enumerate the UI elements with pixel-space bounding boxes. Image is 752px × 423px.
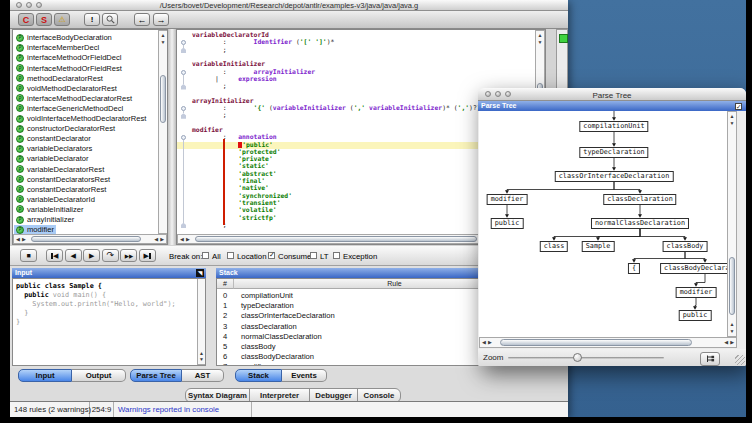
rules-hscrollbar[interactable]: ◀ ▶ ◀ ▶ (13, 234, 167, 244)
tree-node-normalClassDeclaration[interactable]: normalClassDeclaration (591, 218, 689, 229)
rule-list-item[interactable]: PvariableDeclaratorRest (14, 164, 106, 174)
tree-hscrollbar[interactable]: ◀ ▶ ◀ ▶ (479, 337, 737, 348)
step-over-button[interactable]: ↷ (102, 249, 119, 262)
rule-list-item[interactable]: PconstantDeclaratorRest (14, 185, 108, 195)
status-message[interactable]: Warnings reported in console (114, 402, 252, 417)
scrollbar-thumb[interactable] (195, 236, 477, 242)
scroll-up-icon[interactable]: ▲ (728, 322, 736, 327)
input-vscrollbar[interactable]: ▲ ▼ (197, 279, 205, 365)
rule-list-item[interactable]: PinterfaceBodyDeclaration (14, 33, 114, 43)
scroll-right-icon[interactable]: ▶ (186, 235, 190, 243)
scrollbar-thumb[interactable] (31, 236, 141, 242)
scroll-down-icon[interactable]: ▼ (198, 357, 205, 362)
zoom-slider-thumb[interactable] (573, 353, 582, 362)
panel-tab-ast[interactable]: AST (182, 369, 224, 382)
parse-tree-titlebar[interactable]: Parse Tree (478, 88, 746, 101)
scroll-right-icon[interactable]: ▶ (730, 338, 734, 347)
rule-list-item[interactable]: PinterfaceGenericMethodDecl (14, 104, 125, 114)
grammar-check-icon[interactable]: C (18, 13, 34, 26)
rule-list-item[interactable]: PmethodDeclaratorRest (14, 73, 105, 83)
scroll-left-icon[interactable]: ◀ (154, 235, 158, 243)
main-window-titlebar[interactable]: /Users/bovet/Development/Research/depot/… (10, 0, 568, 11)
tree-node-[interactable]: { (628, 263, 640, 274)
tree-vscrollbar[interactable]: ▲ ▼ ▲ ▼ (727, 111, 737, 337)
checkbox-lt[interactable] (310, 252, 317, 259)
checkbox-exception[interactable] (333, 252, 340, 259)
checkbox-consume[interactable]: ✓ (268, 252, 275, 259)
panel-tab-parse-tree[interactable]: Parse Tree (130, 369, 182, 382)
console-button[interactable]: ! (84, 13, 100, 26)
scroll-left-icon[interactable]: ◀ (724, 338, 728, 347)
tree-node-classBodyDeclaration[interactable]: classBodyDeclaration (660, 263, 727, 274)
warnings-icon[interactable]: ⚠ (54, 13, 70, 26)
checkbox-all[interactable] (202, 252, 209, 259)
panel-tab-output[interactable]: Output (72, 369, 126, 382)
rule-list-item[interactable]: PvoidMethodDeclaratorRest (14, 84, 119, 94)
tree-node-compilationUnit[interactable]: compilationUnit (579, 121, 648, 132)
step-back-button[interactable]: ◀ (65, 249, 82, 262)
semantic-check-icon[interactable]: S (36, 13, 52, 26)
breakpoint-start-icon[interactable] (181, 106, 186, 111)
go-to-end-button[interactable]: ▶ (139, 249, 156, 262)
breakpoint-start-icon[interactable] (181, 70, 186, 75)
scroll-down-icon[interactable]: ▼ (728, 329, 736, 334)
expand-panel-icon[interactable]: ◥ (196, 269, 204, 277)
tree-node-modifier[interactable]: modifier (487, 194, 528, 205)
go-to-start-button[interactable]: ◀ (46, 249, 63, 262)
tree-node-classBody[interactable]: classBody (663, 241, 708, 252)
scroll-right-icon[interactable]: ▶ (488, 338, 492, 347)
tree-node-classDeclaration[interactable]: classDeclaration (603, 194, 676, 205)
scrollbar-thumb[interactable] (729, 257, 735, 315)
tree-node-public[interactable]: public (679, 310, 712, 321)
tree-node-public[interactable]: public (491, 218, 524, 229)
tree-node-typeDeclaration[interactable]: typeDeclaration (579, 147, 648, 158)
search-button[interactable] (102, 13, 118, 26)
scroll-up-icon[interactable]: ▲ (728, 114, 736, 119)
rule-list-item[interactable]: PvariableInitializer (14, 205, 86, 215)
scrollbar-thumb[interactable] (160, 75, 166, 123)
rule-list-item[interactable]: PvariableDeclarators (14, 144, 94, 154)
rule-list-item[interactable]: PinterfaceMethodOrFieldDecl (14, 53, 124, 63)
step-forward-button[interactable]: ▶ (83, 249, 100, 262)
scroll-right-icon[interactable]: ▶ (22, 235, 26, 243)
scroll-left-icon[interactable]: ◀ (180, 235, 184, 243)
rule-list-item[interactable]: PconstantDeclaratorsRest (14, 174, 112, 184)
tree-node-modifier[interactable]: modifier (676, 287, 717, 298)
tree-node-classOrInterfaceDeclaration[interactable]: classOrInterfaceDeclaration (555, 171, 674, 182)
rule-list-item[interactable]: PinterfaceMemberDecl (14, 43, 101, 53)
scroll-down-icon[interactable]: ▼ (159, 40, 167, 45)
rule-list-item[interactable]: PconstantDeclarator (14, 134, 93, 144)
scroll-up-icon[interactable]: ▲ (536, 33, 544, 38)
parse-tree-canvas[interactable]: compilationUnittypeDeclarationclassOrInt… (479, 111, 727, 337)
rules-vscrollbar[interactable]: ▲ ▼ (158, 30, 168, 234)
scroll-up-icon[interactable]: ▲ (159, 33, 167, 38)
scroll-down-icon[interactable]: ▼ (536, 40, 544, 45)
input-panel[interactable]: public class Sample { public void main()… (12, 278, 206, 366)
fast-forward-button[interactable]: ▶▶ (120, 249, 137, 262)
rule-list-item[interactable]: PinterfaceMethodOrFieldRest (14, 63, 124, 73)
rule-list-item[interactable]: PvariableDeclaratorId (14, 195, 97, 205)
zoom-slider-track[interactable] (508, 357, 664, 359)
back-button[interactable]: ← (134, 13, 150, 26)
checkbox-location[interactable] (227, 252, 234, 259)
rule-list-item[interactable]: PconstructorDeclaratorRest (14, 124, 117, 134)
tree-node-Sample[interactable]: Sample (582, 241, 615, 252)
panel-tab-events[interactable]: Events (282, 369, 327, 382)
scrollbar-thumb[interactable] (500, 339, 692, 346)
scroll-right-icon[interactable]: ▶ (160, 235, 164, 243)
rule-list-item[interactable]: ParrayInitializer (14, 215, 76, 225)
rule-list-item[interactable]: PvoidInterfaceMethodDeclaratorRest (14, 114, 148, 124)
scroll-left-icon[interactable]: ◀ (482, 338, 486, 347)
tree-layout-button[interactable] (700, 352, 720, 366)
tree-node-class[interactable]: class (540, 241, 568, 252)
vertical-splitter[interactable] (168, 29, 176, 245)
panel-checkbox[interactable]: ✓ (735, 103, 742, 110)
scroll-down-icon[interactable]: ▼ (728, 121, 736, 126)
forward-button[interactable]: → (153, 13, 169, 26)
stop-button[interactable]: ■ (20, 249, 37, 262)
rule-list-item[interactable]: PinterfaceMethodDeclaratorRest (14, 94, 134, 104)
rule-list-item[interactable]: PvariableDeclarator (14, 154, 91, 164)
panel-tab-stack[interactable]: Stack (235, 369, 282, 382)
panel-tab-input[interactable]: Input (18, 369, 72, 382)
scroll-left-icon[interactable]: ◀ (16, 235, 20, 243)
